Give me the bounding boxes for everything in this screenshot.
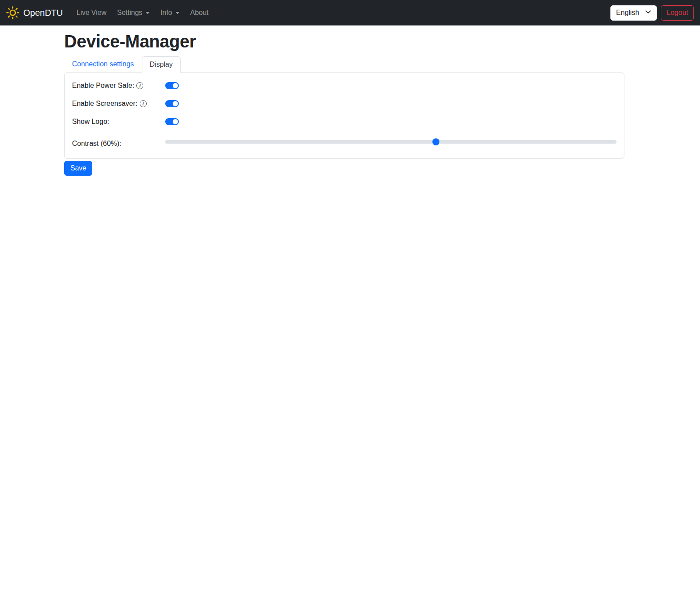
- brand[interactable]: OpenDTU: [6, 6, 63, 19]
- nav-item-about[interactable]: About: [186, 5, 213, 20]
- contrast-label: Contrast (60%):: [72, 136, 165, 148]
- chevron-down-icon: [145, 12, 150, 14]
- contrast-slider[interactable]: [165, 138, 617, 145]
- chevron-down-icon: [645, 9, 651, 17]
- screensaver-label: Enable Screensaver: i: [72, 100, 165, 108]
- form-row-show-logo: Show Logo:: [72, 116, 617, 127]
- main-content: Device-Manager Connection settings Displ…: [64, 32, 624, 176]
- nav-item-live-view[interactable]: Live View: [73, 5, 110, 20]
- sun-icon: [6, 6, 19, 19]
- page-title: Device-Manager: [64, 32, 624, 51]
- chevron-down-icon: [175, 12, 180, 14]
- tab-bar: Connection settings Display: [64, 56, 624, 72]
- contrast-slider-wrap: [165, 136, 617, 145]
- navbar: OpenDTU Live View Settings Info About En…: [0, 0, 700, 25]
- save-button[interactable]: Save: [64, 161, 92, 176]
- display-settings-card: Enable Power Safe: i Enable Screensaver:…: [64, 72, 624, 159]
- tab-display[interactable]: Display: [142, 56, 181, 73]
- show-logo-toggle[interactable]: [165, 118, 179, 125]
- nav-item-label: Settings: [117, 9, 142, 17]
- contrast-slider-thumb[interactable]: [432, 138, 439, 145]
- nav-links: Live View Settings Info About: [73, 5, 213, 20]
- tab-connection-settings[interactable]: Connection settings: [64, 56, 142, 72]
- brand-label: OpenDTU: [23, 8, 63, 18]
- nav-item-info[interactable]: Info: [156, 5, 184, 20]
- info-icon[interactable]: i: [136, 82, 143, 89]
- nav-item-label: Info: [160, 9, 172, 17]
- form-row-screensaver: Enable Screensaver: i: [72, 98, 617, 109]
- info-icon[interactable]: i: [140, 100, 147, 107]
- navbar-right: English Logout: [610, 5, 694, 21]
- power-safe-label: Enable Power Safe: i: [72, 82, 165, 90]
- logout-button[interactable]: Logout: [661, 5, 694, 21]
- language-selected-value: English: [616, 9, 639, 17]
- show-logo-label: Show Logo:: [72, 118, 165, 126]
- nav-item-label: About: [190, 9, 209, 17]
- form-row-contrast: Contrast (60%):: [72, 136, 617, 148]
- screensaver-toggle[interactable]: [165, 100, 179, 107]
- language-select[interactable]: English: [610, 5, 657, 21]
- nav-item-settings[interactable]: Settings: [113, 5, 154, 20]
- power-safe-toggle[interactable]: [165, 82, 179, 89]
- nav-item-label: Live View: [76, 9, 106, 17]
- form-row-power-safe: Enable Power Safe: i: [72, 80, 617, 91]
